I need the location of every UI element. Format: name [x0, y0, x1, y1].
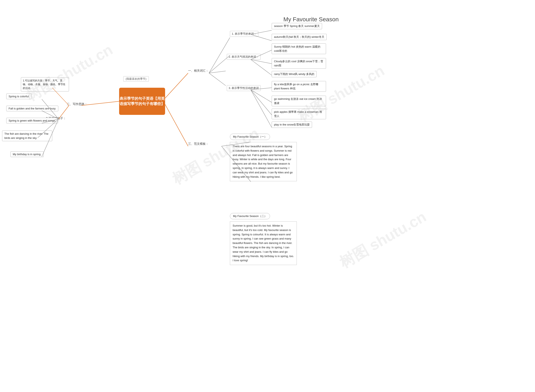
- vocab-season-1: season 季节 Spring 春天 summer夏天: [272, 23, 322, 29]
- vocab-weather-2: Cloudy多云的 cool 凉爽的 snow下雪；雪 rain雨: [272, 58, 326, 69]
- vocab-activity-2: go swimming 去游泳 eat ice cream 吃冰激凌: [272, 96, 326, 106]
- vocab-activity-1: fly a kite放风筝 go on a picnic 去野餐 plant f…: [272, 81, 326, 92]
- template2-content: Summer is good, but it's too hot. Winter…: [230, 221, 297, 265]
- watermark-4: 树图 shutu.cn: [336, 207, 430, 273]
- svg-line-16: [251, 60, 272, 64]
- watermark-1: 树图 shutu.cn: [22, 40, 116, 105]
- sentence-4: The fish are dancing in the river. The b…: [2, 131, 52, 141]
- section-vocab-title: 一、相关词汇：: [188, 69, 208, 73]
- vocab-season-2: autumn秋天(fall 秋天；秋天的) winter冬天: [272, 34, 327, 40]
- section-write-title: 二、写作思路：: [67, 102, 87, 106]
- template1-title: My Favourite Season（一）: [230, 134, 270, 140]
- svg-line-12: [209, 73, 226, 86]
- center-node: 表示季节的句子英语【用英语描写季节的句子有哪些】: [119, 88, 165, 115]
- svg-line-20: [251, 90, 272, 115]
- sub2-label: 2. 表示天气情况的单词：: [227, 54, 260, 60]
- vocab-weather-3: rainy下雨的 Wind风 windy 多风的: [272, 71, 317, 77]
- sentence-5: My birthday is in spring.: [10, 151, 44, 157]
- sub1-label: 1. 表示季节的单词：: [230, 31, 258, 37]
- svg-line-22: [165, 104, 188, 146]
- vocab-activity-4: play in the snow在雪地里玩耍: [272, 121, 312, 128]
- main-title: My Favourite Season: [283, 16, 339, 23]
- section-template-title: 三、范文模板：: [188, 142, 208, 146]
- svg-line-19: [251, 90, 272, 102]
- vocab-activity-3: pick apples 摘苹果 make a snowman 堆雪人: [272, 109, 326, 119]
- description-box: 1.可以描写的方面：季节、天气、景物、动物、衣服、食物、颜色、季节性的活动: [21, 77, 69, 91]
- vocab-weather-1: Sunny 晴朗的 hot 炎热的 warm 温暖的 cold寒冷的: [272, 43, 326, 54]
- svg-line-11: [209, 71, 226, 73]
- svg-line-17: [251, 60, 272, 75]
- sentence-2: Fall is golden and the farmers are busy.: [6, 106, 58, 111]
- svg-line-8: [165, 73, 188, 98]
- sentence-1: Spring is colorful.: [6, 93, 32, 99]
- template1-content: There are four beautiful seasons in a ye…: [230, 142, 297, 181]
- sub3-label: 3. 表示季节性活动的单词: [227, 85, 260, 91]
- subtitle-label: (我最喜欢的季节): [123, 76, 149, 82]
- svg-line-21: [251, 90, 272, 127]
- sentence-3: Spring is green with flowers and songs.: [6, 118, 58, 123]
- template2-title: My Favourite Season（二）: [230, 213, 270, 219]
